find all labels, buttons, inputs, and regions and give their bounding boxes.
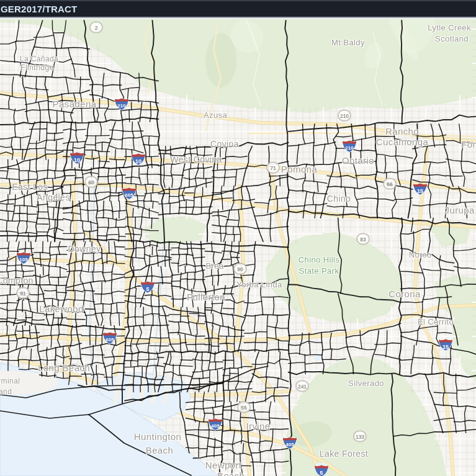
layer-title-bar: GER2017/TRACT: [0, 0, 476, 18]
layer-title: GER2017/TRACT: [1, 4, 77, 14]
map-container: La CañadaFlintridgePasadenaAzusaCovinaWe…: [0, 0, 476, 476]
map-canvas[interactable]: [0, 0, 476, 476]
